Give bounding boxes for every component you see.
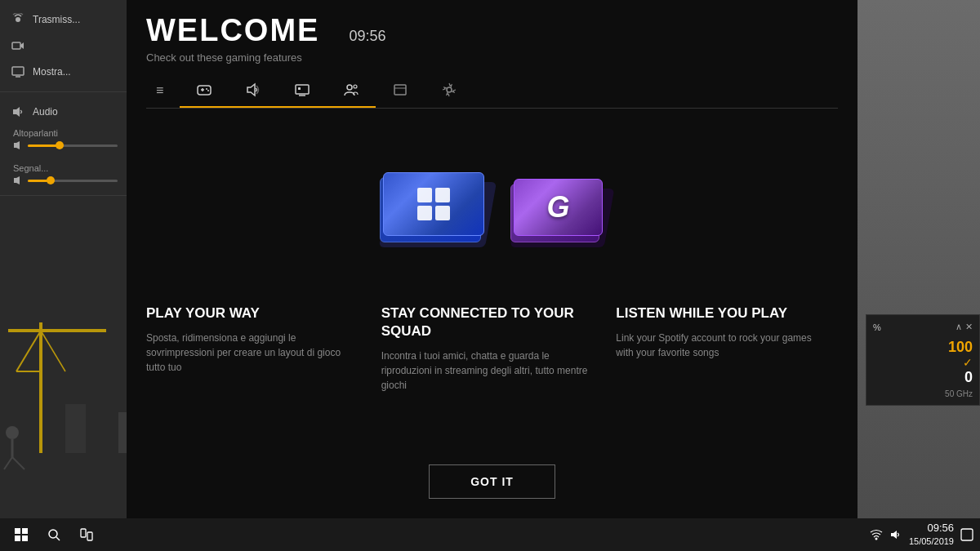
- svg-line-18: [4, 457, 12, 469]
- stat-check: ✓: [873, 356, 973, 369]
- features-section: PLAY YOUR WAY Sposta, ridimensiona e agg…: [127, 304, 858, 451]
- modal-content: G PLAY YOUR WAY Sposta, ridimensiona e a…: [127, 109, 858, 518]
- system-clock: 09:56 15/05/2019: [909, 522, 954, 547]
- feature-col-3: LISTEN WHILE YOU PLAY Link your Spotify …: [603, 304, 838, 360]
- feature-1-desc: Sposta, ridimensiona e aggiungi le sovri…: [146, 331, 355, 375]
- stat-100: 100: [873, 339, 973, 356]
- svg-marker-7: [14, 176, 20, 184]
- illustration-area: G: [127, 109, 858, 304]
- modal-time: 09:56: [349, 28, 385, 45]
- svg-line-39: [56, 537, 60, 540]
- svg-rect-1: [12, 42, 20, 49]
- win-icon-bl: [417, 206, 432, 220]
- svg-rect-34: [15, 528, 20, 534]
- notification-icon[interactable]: [960, 528, 973, 541]
- svg-rect-28: [298, 87, 301, 90]
- win-icon-br: [435, 206, 450, 220]
- monitor-label: Mostra...: [33, 66, 71, 78]
- left-panel: Trasmiss... Mostra...: [0, 0, 131, 518]
- stat-0: 0: [873, 369, 973, 386]
- svg-marker-43: [891, 531, 897, 539]
- audio-label: Audio: [33, 106, 58, 118]
- tab-friends[interactable]: [327, 73, 376, 108]
- start-button[interactable]: [7, 520, 36, 549]
- tab-audio[interactable]: [229, 73, 278, 108]
- signal-slider[interactable]: [13, 176, 118, 185]
- got-it-button[interactable]: GOT IT: [429, 464, 555, 499]
- tab-screen[interactable]: [278, 73, 327, 108]
- svg-point-24: [207, 90, 209, 91]
- close-icon[interactable]: ✕: [965, 322, 973, 332]
- toolbar-tabs: [180, 73, 474, 108]
- camera-icon: [10, 38, 26, 54]
- win-key-top: [383, 172, 484, 236]
- expand-icon[interactable]: ∧: [956, 322, 962, 332]
- right-panel: % ∧ ✕ 100 ✓ 0 50 GHz: [866, 314, 980, 406]
- broadcast-label: Trasmiss...: [33, 14, 80, 25]
- svg-rect-13: [65, 404, 86, 453]
- monitor-row[interactable]: Mostra...: [7, 59, 124, 85]
- broadcast-icon: [10, 11, 26, 28]
- speakers-track: [28, 144, 118, 147]
- clock-date: 15/05/2019: [909, 535, 954, 547]
- search-button[interactable]: [39, 520, 69, 549]
- svg-rect-44: [961, 529, 973, 540]
- toolbar: ≡: [146, 73, 838, 109]
- right-panel-header: % ∧ ✕: [873, 322, 973, 332]
- feature-1-title: PLAY YOUR WAY: [146, 304, 355, 322]
- svg-point-16: [6, 426, 19, 439]
- network-icon: [870, 528, 883, 541]
- svg-point-42: [875, 538, 877, 540]
- svg-rect-40: [81, 529, 86, 537]
- win-icon-tr: [435, 188, 450, 202]
- windows-logo: [417, 188, 450, 220]
- speakers-thumb: [56, 141, 64, 149]
- svg-marker-6: [14, 141, 20, 149]
- modal-header: WELCOME 09:56: [127, 0, 858, 48]
- svg-rect-35: [22, 528, 28, 534]
- task-view-button[interactable]: [72, 520, 101, 549]
- svg-rect-36: [15, 535, 20, 541]
- svg-rect-41: [87, 532, 92, 540]
- modal-title: WELCOME: [146, 13, 319, 48]
- win-icon-tl: [417, 188, 432, 202]
- svg-point-23: [206, 88, 207, 90]
- monitor-icon: [10, 64, 26, 80]
- camera-row[interactable]: [7, 33, 124, 59]
- modal-subtitle: Check out these gaming features: [127, 48, 858, 64]
- signal-track: [28, 180, 118, 182]
- menu-icon[interactable]: ≡: [146, 75, 173, 106]
- svg-rect-26: [296, 85, 309, 94]
- broadcast-row[interactable]: Trasmiss...: [7, 7, 124, 33]
- svg-point-29: [347, 85, 352, 90]
- svg-marker-5: [13, 107, 20, 117]
- svg-point-30: [354, 85, 357, 88]
- speakers-slider[interactable]: [13, 140, 118, 150]
- svg-point-38: [49, 530, 57, 538]
- feature-col-1: PLAY YOUR WAY Sposta, ridimensiona e agg…: [146, 304, 368, 375]
- svg-rect-3: [12, 67, 24, 75]
- svg-rect-37: [22, 535, 28, 541]
- tab-gamepad[interactable]: [180, 73, 229, 108]
- modal-overlay: WELCOME 09:56 Check out these gaming fea…: [127, 0, 858, 518]
- tab-settings[interactable]: [425, 73, 474, 108]
- svg-point-0: [16, 17, 20, 22]
- feature-col-2: STAY CONNECTED TO YOUR SQUAD Incontra i …: [368, 304, 604, 393]
- volume-icon: [889, 528, 902, 541]
- g-key-letter: G: [546, 190, 569, 224]
- windows-key: [380, 166, 486, 247]
- svg-point-33: [447, 87, 452, 92]
- g-key-top: G: [514, 179, 603, 236]
- signal-label: Segnal...: [13, 163, 118, 173]
- audio-icon: [10, 104, 26, 120]
- got-it-section: GOT IT: [127, 451, 858, 518]
- svg-line-11: [41, 331, 65, 371]
- feature-2-title: STAY CONNECTED TO YOUR SQUAD: [381, 304, 590, 340]
- feature-3-desc: Link your Spotify account to rock your g…: [616, 331, 825, 360]
- clock-time: 09:56: [909, 522, 954, 535]
- frequency-label: 50 GHz: [873, 389, 973, 398]
- g-key: G: [510, 174, 604, 247]
- panel-section-audio: Audio Altoparlanti Segnal...: [0, 92, 131, 196]
- audio-title-row: Audio: [7, 99, 124, 125]
- tab-window[interactable]: [376, 73, 425, 108]
